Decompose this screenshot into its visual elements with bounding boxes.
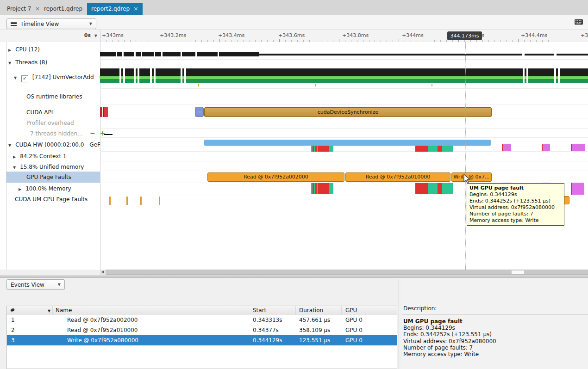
collapse-icon[interactable]: ▼ — [13, 166, 16, 170]
sort-descending-icon[interactable]: ▼ — [48, 307, 50, 315]
scrollbar-thumb[interactable] — [512, 271, 524, 274]
ruler-tick-label: +343.8ms — [342, 32, 369, 38]
cuda-api-call-bar[interactable] — [100, 107, 102, 117]
row-separator — [100, 59, 588, 60]
collapsed-calls-chip[interactable]: ... — [195, 107, 204, 117]
toolbar: Timeline View ▼ — [0, 15, 588, 30]
sidebar-row-um-cpu-page-faults[interactable]: CUDA UM CPU Page Faults — [15, 194, 88, 204]
cpu-utilization-bar[interactable] — [100, 52, 259, 56]
collapse-icon[interactable]: ▼ — [14, 76, 17, 80]
keyboard-shortcuts-icon[interactable] — [574, 18, 583, 27]
cpu-utilization-line[interactable] — [259, 54, 588, 55]
ruler-tick-label: +344ms — [402, 32, 424, 38]
ruler-tick-label: +343.2ms — [160, 32, 186, 38]
memset-bar[interactable] — [543, 144, 550, 151]
gpu-page-fault-bar-read1[interactable]: Read @ 0x7f952a002000 — [207, 172, 344, 182]
splitter-handle[interactable] — [0, 275, 588, 278]
hidden-thread-activity[interactable] — [104, 134, 113, 135]
cuda-device-synchronize-bar[interactable]: cudaDeviceSynchronize — [204, 107, 492, 117]
sidebar-row-os-runtime[interactable]: OS runtime libraries — [26, 92, 82, 102]
sidebar-row-memory[interactable]: ▶100.0% Memory — [19, 184, 71, 194]
sidebar-row-cuda-hw[interactable]: ▼CUDA HW (0000:02:00.0 - GeF — [8, 140, 100, 150]
checkbox[interactable]: ✓ — [21, 75, 28, 82]
sidebar-row-thread-7142[interactable]: ▼ ✓ [7142] UvmVectorAdd ▼ — [14, 72, 102, 82]
memory-transfer-cluster[interactable] — [415, 183, 453, 194]
memset-bar[interactable] — [503, 144, 511, 151]
timeline-view-selector[interactable]: Timeline View ▼ — [6, 18, 96, 29]
expander-icon[interactable]: ▶ — [8, 48, 11, 52]
sidebar-row-profiler-overhead[interactable]: Profiler overhead — [26, 118, 74, 128]
row-separator — [100, 104, 588, 105]
kernel-bar[interactable] — [204, 140, 491, 146]
cpu-page-fault-tick[interactable] — [109, 197, 111, 205]
show-thread-icon[interactable]: + — [100, 129, 106, 137]
memset-bar[interactable] — [572, 144, 585, 151]
expander-icon[interactable]: ▶ — [13, 155, 16, 159]
sidebar-row-context1[interactable]: ▶84.2% Context 1 — [13, 151, 67, 161]
cpu-usage-green-dark[interactable] — [100, 79, 588, 83]
event-row-3-selected[interactable]: 3 Write @ 0x7f952a080000 0.344129s 123.5… — [7, 335, 397, 345]
memory-transfer-cluster[interactable] — [311, 146, 333, 152]
hide-thread-icon[interactable]: − — [90, 129, 95, 137]
menu-icon — [11, 22, 17, 26]
tab-project[interactable]: Project 7× — [3, 3, 44, 15]
timeline-ruler[interactable]: 0s ▼ +343ms +343.2ms +343.4ms +343.6ms +… — [0, 30, 588, 43]
sidebar-row-cpu[interactable]: ▶CPU (12) — [8, 44, 40, 55]
close-icon[interactable]: × — [133, 5, 138, 12]
ruler-origin-cell[interactable]: 0s ▼ — [0, 30, 100, 42]
gpu-page-fault-bar-write[interactable]: Write @ 0x7... — [451, 172, 492, 182]
memory-transfer-cluster[interactable] — [311, 183, 333, 194]
col-header-num[interactable]: # — [10, 306, 15, 315]
thread-state-bar[interactable] — [100, 68, 588, 76]
tab-report2[interactable]: report2.qdrep× — [87, 3, 143, 15]
event-row-2[interactable]: 2 Read @ 0x7f952a010000 0.34377s 358.109… — [7, 325, 397, 336]
panel-divider[interactable] — [399, 279, 399, 369]
cpu-page-fault-tick[interactable] — [126, 197, 128, 205]
sidebar-row-threads[interactable]: ▼Threads (8) — [8, 57, 47, 68]
cpu-page-fault-tick[interactable] — [159, 197, 160, 205]
sidebar-row-threads-hidden[interactable]: 7 threads hidden... − + — [30, 128, 106, 138]
gap — [154, 52, 155, 56]
collapse-icon[interactable]: ▼ — [8, 61, 11, 65]
close-icon[interactable]: × — [35, 5, 40, 12]
col-header-gpu[interactable]: GPU — [345, 306, 357, 315]
chevron-down-icon[interactable]: ▼ — [94, 34, 97, 38]
event-tick[interactable] — [315, 84, 316, 86]
events-view-label: Events View — [11, 282, 44, 288]
gap — [181, 52, 182, 56]
expander-icon[interactable]: ▶ — [19, 187, 21, 191]
description-title: UM GPU page fault — [403, 318, 586, 325]
col-header-start[interactable]: Start — [253, 306, 266, 315]
memory-transfer-cluster[interactable] — [415, 146, 453, 152]
event-tick[interactable] — [432, 84, 432, 86]
scroll-left-arrow[interactable]: ◀ — [100, 270, 105, 275]
memset-bar[interactable] — [572, 183, 584, 195]
sidebar-row-cuda-api[interactable]: CUDA API — [26, 107, 53, 117]
row-separator — [100, 88, 588, 89]
tab-label: report1.qdrep — [44, 6, 82, 12]
collapse-icon[interactable]: ▼ — [8, 143, 11, 148]
event-tick[interactable] — [198, 84, 199, 86]
time-cursor-line — [465, 42, 466, 270]
sidebar-row-unified-memory[interactable]: ▼15.8% Unified memory — [13, 162, 84, 172]
cpu-page-fault-tick[interactable] — [140, 197, 142, 205]
events-view-selector[interactable]: Events View ▼ — [6, 279, 65, 290]
event-row-1[interactable]: 1 Read @ 0x7f952a002000 0.343313s 457.66… — [7, 315, 397, 326]
timeline-scrollbar-area: ◀ — [0, 270, 588, 275]
row-separator — [100, 151, 588, 152]
col-header-duration[interactable]: Duration — [299, 306, 323, 315]
events-table-header[interactable]: # ▼ Name Start Duration GPU — [7, 306, 397, 315]
event-tooltip: UM GPU page fault Begins: 0.344129s Ends… — [467, 183, 564, 226]
timeline-canvas[interactable]: ▶CPU (12) ▼Threads (8) ▼ ✓ [7142] UvmVec… — [0, 42, 588, 270]
scrollbar-track[interactable] — [106, 270, 588, 275]
tab-label: report2.qdrep — [91, 6, 130, 12]
gpu-page-fault-bar-read2[interactable]: Read @ 0x7f952a010000 — [345, 172, 450, 182]
cuda-api-call-bar[interactable] — [103, 107, 108, 117]
tooltip-title: UM GPU page fault — [469, 185, 562, 191]
gap — [554, 54, 557, 55]
ruler-tick-label: +344.4ms — [521, 32, 547, 38]
sidebar-row-gpu-page-faults[interactable]: GPU Page Faults — [26, 172, 71, 182]
col-header-name[interactable]: Name — [56, 306, 72, 315]
events-table[interactable]: # ▼ Name Start Duration GPU 1 Read @ 0x7… — [6, 306, 397, 369]
tab-bar: Project 7× report1.qdrep× report2.qdrep× — [0, 0, 588, 15]
